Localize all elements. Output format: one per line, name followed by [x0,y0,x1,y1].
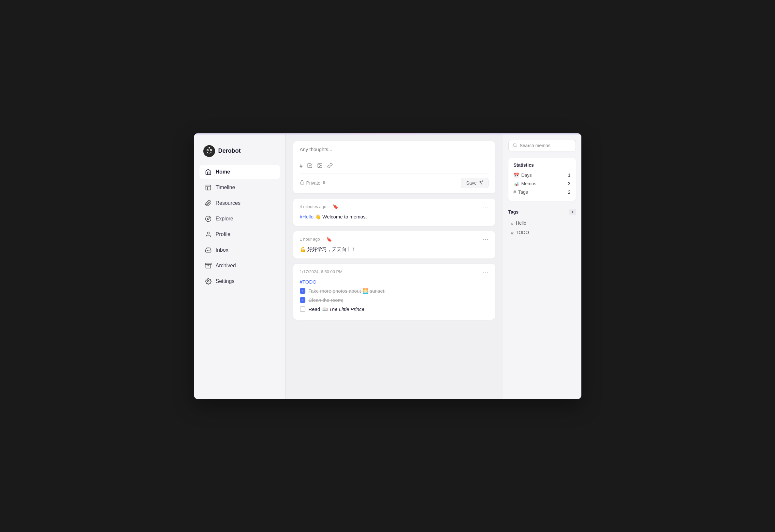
sidebar-item-profile[interactable]: Profile [200,227,280,242]
sidebar-item-archived[interactable]: Archived [200,259,280,273]
todo-text-2: Clean the room; [309,296,344,304]
lock-icon [300,180,304,186]
memo-bookmark-2[interactable]: 🔖 [326,237,332,242]
todo-checkbox-2-checked[interactable]: ✓ [300,297,305,303]
sidebar-item-settings[interactable]: Settings [200,274,280,288]
stat-tags-label: Tags [518,189,528,195]
svg-rect-13 [205,263,211,264]
memo-card-3: 1/17/2024, 6:50:00 PM ⋯ #TODO ✓ Take mor… [293,264,495,320]
chevron-up-down-icon: ⇅ [322,181,326,185]
tag-item-todo[interactable]: # TODO [508,228,576,237]
tag-label-todo: TODO [516,230,529,235]
memo-timestamp-1: 4 minutes ago [300,204,327,209]
memo-header-1: 4 minutes ago · 🔖 ⋯ [300,204,488,210]
profile-icon [205,231,212,238]
memo-tag-hello[interactable]: #Hello [300,214,314,219]
compose-toolbar: # [300,163,488,170]
sidebar-logo: Derobot [200,143,280,160]
sidebar: Derobot Home Timeline [194,133,286,399]
privacy-select[interactable]: Private ⇅ [300,180,326,186]
memo-content-1: #Hello 👋 Welcome to memos. [300,213,488,221]
dot-separator-1: · [329,204,330,209]
memo-more-1[interactable]: ⋯ [483,204,488,210]
sidebar-item-timeline[interactable]: Timeline [200,180,280,195]
search-input[interactable] [520,143,571,148]
svg-point-15 [207,280,209,282]
memo-content-3: #TODO ✓ Take more photos about 🌅 sunset;… [300,278,488,313]
stat-days-label: Days [521,173,532,178]
memo-tag-todo[interactable]: #TODO [300,279,317,285]
image-icon[interactable] [317,163,323,170]
memo-header-3: 1/17/2024, 6:50:00 PM ⋯ [300,269,488,275]
svg-point-0 [204,145,215,157]
main-content: # [286,133,503,399]
memo-meta-2: 1 hour ago · 🔖 [300,237,332,242]
svg-point-12 [207,232,209,234]
dot-separator-2: · [323,237,324,242]
app-title: Derobot [219,147,241,154]
tag-hash-hello: # [511,220,514,226]
todo-item-3: Read 📖 The Little Prince; [300,305,488,313]
inbox-icon [205,246,212,254]
statistics-title: Statistics [514,162,571,168]
tag-item-hello[interactable]: # Hello [508,218,576,228]
memo-more-2[interactable]: ⋯ [483,236,488,242]
svg-line-22 [515,146,516,147]
send-icon [479,180,483,186]
tag-label-hello: Hello [516,220,526,226]
tags-add-button[interactable]: + [569,209,576,215]
checkbox-icon[interactable] [307,163,313,170]
svg-rect-18 [300,182,304,184]
tags-stat-icon: # [514,189,516,195]
tags-title: Tags [508,209,519,215]
todo-checkbox-1-checked[interactable]: ✓ [300,288,305,294]
privacy-label: Private [306,180,321,186]
svg-rect-7 [206,185,211,190]
compose-input[interactable] [300,147,488,158]
archived-icon [205,262,212,269]
timeline-icon [205,184,212,191]
timeline-label: Timeline [216,185,235,190]
sidebar-item-explore[interactable]: Explore [200,212,280,226]
calendar-icon: 📅 [514,173,519,178]
tag-hash-todo: # [511,230,514,235]
memo-more-3[interactable]: ⋯ [483,269,488,275]
svg-point-17 [319,164,319,165]
memo-bookmark-1[interactable]: 🔖 [333,204,338,209]
svg-point-4 [210,149,211,150]
stat-days-value: 1 [568,173,571,178]
todo-checkbox-3-unchecked[interactable] [300,306,305,312]
todo-text-3: Read 📖 The Little Prince; [309,305,366,313]
logo-avatar [204,145,215,157]
resources-icon [205,200,212,207]
memo-timestamp-3: 1/17/2024, 6:50:00 PM [300,269,343,274]
memos-icon: 📊 [514,181,519,186]
memo-meta-1: 4 minutes ago · 🔖 [300,204,338,209]
archived-label: Archived [216,263,236,269]
stat-memos-label: Memos [521,181,536,186]
svg-point-3 [207,149,208,150]
link-icon[interactable] [327,163,333,170]
app-window: Derobot Home Timeline [194,133,582,399]
stat-row-tags: # Tags 2 [514,188,571,196]
stat-row-days: 📅 Days 1 [514,171,571,179]
explore-icon [205,215,212,222]
memo-card-1: 4 minutes ago · 🔖 ⋯ #Hello 👋 Welcome to … [293,199,495,226]
hashtag-icon[interactable]: # [300,163,303,169]
save-label: Save [466,180,477,186]
stat-memos-value: 3 [568,181,571,186]
sidebar-item-resources[interactable]: Resources [200,196,280,210]
stat-row-memos: 📊 Memos 3 [514,179,571,188]
sidebar-item-home[interactable]: Home [200,165,280,179]
memo-text-1: 👋 Welcome to memos. [315,214,367,219]
sidebar-item-inbox[interactable]: Inbox [200,243,280,257]
save-button[interactable]: Save [461,178,488,188]
compose-box: # [293,141,495,193]
search-box [508,140,576,151]
profile-label: Profile [216,231,231,237]
settings-label: Settings [216,278,235,284]
stat-label-tags: # Tags [514,189,528,195]
memo-header-2: 1 hour ago · 🔖 ⋯ [300,236,488,242]
right-sidebar: Statistics 📅 Days 1 📊 Memos 3 # Tags [503,133,581,399]
todo-text-1: Take more photos about 🌅 sunset; [309,287,386,295]
